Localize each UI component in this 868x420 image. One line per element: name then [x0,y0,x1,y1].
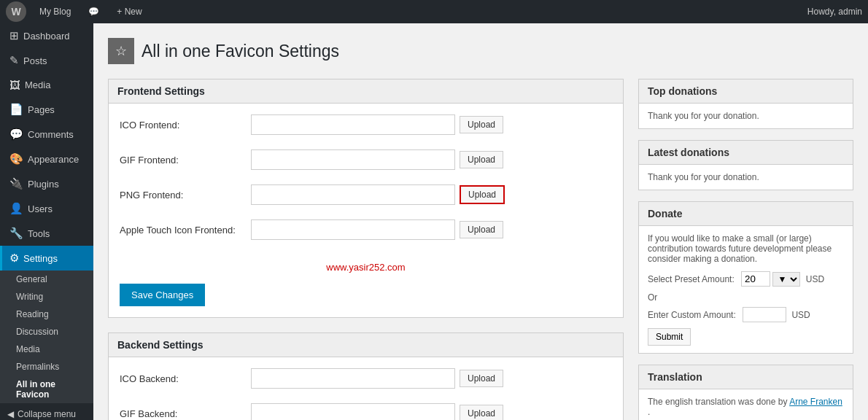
wp-logo[interactable]: W [6,1,26,22]
frontend-section-body: ICO Frontend: Upload GIF Frontend: [109,104,623,317]
sidebar-item-posts[interactable]: ✎ Posts [0,48,93,73]
top-donations-body: Thank you for your donation. [639,104,853,128]
frontend-settings-section: Frontend Settings ICO Frontend: Upload [108,79,624,318]
submenu-writing[interactable]: Writing [0,288,93,306]
posts-icon: ✎ [9,54,19,67]
ico-frontend-row: ICO Frontend: Upload [120,114,612,135]
gif-backend-input[interactable] [251,403,455,420]
png-frontend-upload-btn[interactable]: Upload [460,185,505,204]
submenu-general[interactable]: General [0,271,93,288]
submenu-discussion[interactable]: Discussion [0,323,93,341]
sidebar-item-label: Media [25,79,50,90]
donate-body: If you would like to make a small (or la… [639,226,853,353]
png-frontend-input[interactable] [251,184,455,205]
backend-section-body: ICO Backend: Upload GIF Backend: Up [109,357,623,420]
sidebar-item-media[interactable]: 🖼 Media [0,73,93,97]
content-wrapper: Frontend Settings ICO Frontend: Upload [108,79,853,420]
preset-amount-label: Select Preset Amount: [648,274,735,284]
translation-text-before: The english translation was done by [648,397,789,407]
sidebar-item-comments[interactable]: 💬 Comments [0,122,93,147]
custom-amount-label: Enter Custom Amount: [648,310,736,320]
sidebar-item-label: Comments [28,129,74,140]
gif-backend-row: GIF Backend: Upload [120,403,612,420]
frontend-section-header: Frontend Settings [109,79,623,104]
donate-header: Donate [639,202,853,226]
gif-frontend-input[interactable] [251,149,455,170]
preset-amount-input[interactable] [741,271,770,287]
preset-amount-select[interactable]: ▼ [772,272,800,287]
settings-icon: ⚙ [9,252,19,265]
collapse-label: Collapse menu [18,409,76,419]
appearance-icon: 🎨 [9,152,23,166]
sidebar-item-label: Posts [23,55,47,66]
ico-backend-input[interactable] [251,368,455,389]
howdy-text: Howdy, admin [807,7,862,17]
tools-icon: 🔧 [9,227,23,240]
submenu-reading[interactable]: Reading [0,306,93,323]
page-icon: ☆ [108,38,134,64]
latest-donations-widget: Latest donations Thank you for your dona… [638,140,853,190]
sidebar-item-dashboard[interactable]: ⊞ Dashboard [0,23,93,48]
png-frontend-input-area: Upload [251,184,505,205]
admin-bar: W My Blog 💬 + New Howdy, admin [0,0,868,23]
submenu-permalinks[interactable]: Permalinks [0,358,93,376]
main-content: ☆ All in one Favicon Settings Frontend S… [93,23,868,420]
donate-submit-btn[interactable]: Submit [648,328,691,346]
translation-body: The english translation was done by Arne… [639,389,853,420]
translation-header: Translation [639,365,853,389]
watermark: www.yasir252.com [120,254,612,280]
sidebar-item-label: Dashboard [23,31,70,42]
ico-backend-row: ICO Backend: Upload [120,368,612,389]
sidebar-item-appearance[interactable]: 🎨 Appearance [0,147,93,171]
users-icon: 👤 [9,202,23,215]
custom-amount-input[interactable] [743,307,786,322]
blog-name-link[interactable]: My Blog [35,4,75,20]
sidebar-item-tools[interactable]: 🔧 Tools [0,221,93,246]
media-icon: 🖼 [9,79,20,91]
submenu-favicon[interactable]: All in one Favicon [0,376,93,403]
or-text: Or [648,292,844,303]
sidebar-item-label: Appearance [28,154,79,165]
ico-backend-input-area: Upload [251,368,503,389]
top-donations-header: Top donations [639,79,853,104]
main-panel: Frontend Settings ICO Frontend: Upload [108,79,624,420]
comments-icon[interactable]: 💬 [84,4,104,20]
gif-backend-label: GIF Backend: [120,408,251,419]
sidebar-item-pages[interactable]: 📄 Pages [0,97,93,122]
ico-frontend-label: ICO Frontend: [120,120,251,131]
save-changes-button[interactable]: Save Changes [120,284,205,306]
sidebar-item-plugins[interactable]: 🔌 Plugins [0,171,93,196]
sidebar-item-label: Plugins [28,179,59,190]
collapse-menu[interactable]: ◀ Collapse menu [0,403,93,420]
sidebar-item-label: Users [28,203,53,214]
pages-icon: 📄 [9,103,23,116]
dashboard-icon: ⊞ [9,29,19,42]
preset-amount-row: Select Preset Amount: ▼ USD [648,271,844,287]
apple-frontend-row: Apple Touch Icon Frontend: Upload [120,219,612,240]
sidebar-item-settings[interactable]: ⚙ Settings [0,246,93,271]
page-title-area: ☆ All in one Favicon Settings [108,38,853,64]
gif-frontend-label: GIF Frontend: [120,155,251,166]
custom-amount-row: Enter Custom Amount: USD [648,307,844,322]
ico-backend-upload-btn[interactable]: Upload [460,370,503,387]
custom-currency-label: USD [791,310,810,320]
translation-link[interactable]: Arne Franken [789,397,842,407]
gif-backend-input-area: Upload [251,403,503,420]
gif-frontend-upload-btn[interactable]: Upload [460,151,503,168]
png-frontend-label: PNG Frontend: [120,190,251,201]
backend-settings-section: Backend Settings ICO Backend: Upload [108,332,624,420]
sidebar-item-users[interactable]: 👤 Users [0,196,93,221]
ico-frontend-input-area: Upload [251,114,503,135]
latest-donations-body: Thank you for your donation. [639,165,853,190]
new-item-link[interactable]: + New [112,4,146,20]
page-title: All in one Favicon Settings [142,42,339,61]
apple-frontend-upload-btn[interactable]: Upload [460,221,503,238]
gif-frontend-row: GIF Frontend: Upload [120,149,612,170]
ico-frontend-input[interactable] [251,114,455,135]
translation-widget: Translation The english translation was … [638,365,853,420]
gif-backend-upload-btn[interactable]: Upload [460,405,503,420]
apple-frontend-input[interactable] [251,219,455,240]
collapse-icon: ◀ [7,409,14,419]
ico-frontend-upload-btn[interactable]: Upload [460,116,503,133]
submenu-media[interactable]: Media [0,341,93,358]
